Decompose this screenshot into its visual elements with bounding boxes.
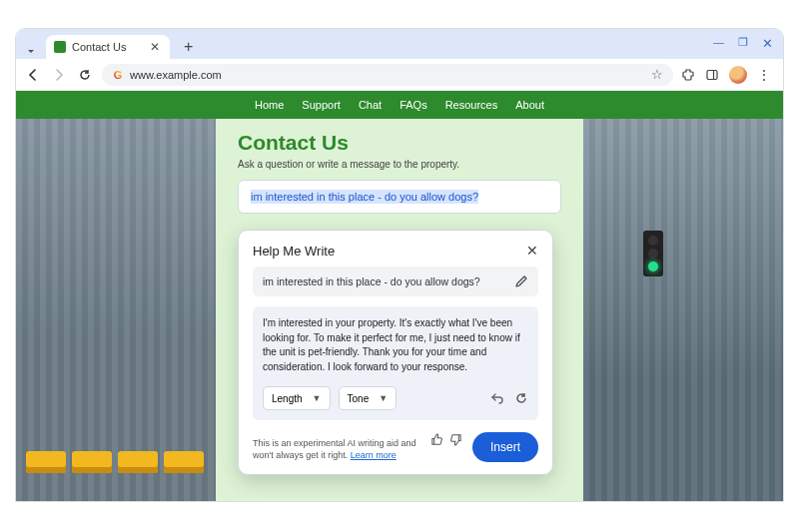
thumbs-down-icon[interactable] bbox=[449, 433, 462, 446]
help-me-write-card: Help Me Write ✕ im interested in this pl… bbox=[238, 230, 553, 475]
taxi-icon bbox=[72, 451, 112, 473]
bg-image-left bbox=[16, 91, 216, 501]
tone-select[interactable]: Tone ▼ bbox=[339, 386, 398, 410]
length-select-label: Length bbox=[272, 393, 303, 404]
chevron-down-icon: ▼ bbox=[379, 393, 388, 403]
browser-window: Contact Us ✕ + — ❐ ✕ G www.example.com ☆ bbox=[15, 28, 784, 502]
address-bar: G www.example.com ☆ ⋮ bbox=[16, 59, 783, 91]
close-window-icon[interactable]: ✕ bbox=[762, 36, 773, 51]
page-title: Contact Us bbox=[238, 131, 561, 155]
tab-close-icon[interactable]: ✕ bbox=[148, 40, 162, 54]
new-tab-button[interactable]: + bbox=[178, 35, 199, 59]
tone-select-label: Tone bbox=[348, 393, 370, 404]
regenerate-icon[interactable] bbox=[514, 391, 528, 405]
tab-strip: Contact Us ✕ + — ❐ ✕ bbox=[16, 29, 783, 59]
profile-avatar[interactable] bbox=[729, 66, 747, 84]
nav-faqs[interactable]: FAQs bbox=[400, 99, 427, 111]
content-wrap: Contact Us Ask a question or write a mes… bbox=[238, 131, 561, 475]
bg-image-right bbox=[583, 91, 783, 501]
reload-button[interactable] bbox=[76, 66, 94, 84]
site-nav: Home Support Chat FAQs Resources About bbox=[16, 91, 783, 119]
back-button[interactable] bbox=[24, 66, 42, 84]
nav-support[interactable]: Support bbox=[302, 99, 341, 111]
taxi-icon bbox=[164, 451, 204, 473]
hmw-output-text: I'm interested in your property. It's ex… bbox=[263, 316, 528, 374]
nav-chat[interactable]: Chat bbox=[359, 99, 382, 111]
tab-favicon-icon bbox=[54, 41, 66, 53]
thumbs-up-icon[interactable] bbox=[430, 433, 443, 446]
message-textarea[interactable]: im interested in this place - do you all… bbox=[238, 180, 561, 214]
chevron-down-icon: ▼ bbox=[313, 393, 322, 403]
window-controls: — ❐ ✕ bbox=[713, 36, 773, 51]
taxi-icon bbox=[26, 451, 66, 473]
insert-button[interactable]: Insert bbox=[472, 432, 538, 462]
google-g-icon: G bbox=[112, 69, 124, 81]
tab-title: Contact Us bbox=[72, 41, 126, 53]
hmw-title: Help Me Write bbox=[253, 244, 335, 259]
chrome-menu-icon[interactable]: ⋮ bbox=[757, 67, 771, 83]
taxi-icon bbox=[118, 451, 158, 473]
extensions-icon[interactable] bbox=[681, 68, 695, 82]
learn-more-link[interactable]: Learn more bbox=[351, 450, 397, 460]
length-select[interactable]: Length ▼ bbox=[263, 386, 331, 410]
omnibox-url: www.example.com bbox=[130, 69, 222, 81]
traffic-light-icon bbox=[643, 231, 663, 276]
hmw-input-text: im interested in this place - do you all… bbox=[263, 275, 480, 287]
bookmark-star-icon[interactable]: ☆ bbox=[651, 67, 663, 82]
hmw-close-icon[interactable]: ✕ bbox=[526, 243, 538, 259]
maximize-icon[interactable]: ❐ bbox=[738, 36, 748, 51]
minimize-icon[interactable]: — bbox=[713, 36, 724, 51]
undo-icon[interactable] bbox=[490, 391, 504, 405]
page-subtitle: Ask a question or write a message to the… bbox=[238, 159, 561, 170]
hmw-input-row[interactable]: im interested in this place - do you all… bbox=[253, 266, 538, 296]
nav-home[interactable]: Home bbox=[255, 99, 284, 111]
forward-button[interactable] bbox=[50, 66, 68, 84]
message-text: im interested in this place - do you all… bbox=[251, 190, 478, 204]
browser-tab[interactable]: Contact Us ✕ bbox=[46, 35, 170, 59]
hmw-feedback bbox=[430, 433, 462, 446]
nav-resources[interactable]: Resources bbox=[445, 99, 498, 111]
side-panel-icon[interactable] bbox=[705, 68, 719, 82]
hmw-disclaimer: This is an experimental AI writing aid a… bbox=[253, 437, 420, 462]
svg-rect-0 bbox=[707, 70, 717, 79]
tab-search-icon[interactable] bbox=[22, 43, 40, 59]
nav-about[interactable]: About bbox=[515, 99, 544, 111]
hmw-output: I'm interested in your property. It's ex… bbox=[253, 306, 538, 420]
omnibox[interactable]: G www.example.com ☆ bbox=[102, 64, 673, 86]
page-viewport: Home Support Chat FAQs Resources About C… bbox=[16, 91, 783, 501]
pencil-edit-icon[interactable] bbox=[514, 274, 528, 288]
toolbar-right: ⋮ bbox=[681, 66, 775, 84]
